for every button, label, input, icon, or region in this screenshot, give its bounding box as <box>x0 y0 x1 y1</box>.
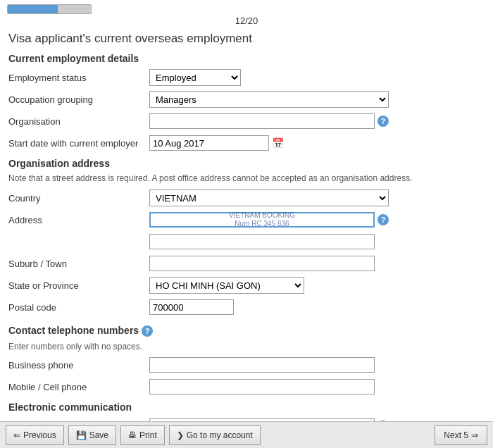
suburb-row: Suburb / Town <box>8 254 485 273</box>
contact-heading-row: Contact telephone numbers ? <box>8 322 485 340</box>
footer-left: ⇐ Previous 💾 Save 🖶 Print ❯ Go to my acc… <box>6 425 261 445</box>
mobile-phone-input[interactable] <box>149 379 375 394</box>
organisation-control: ? <box>149 113 485 129</box>
progress-bar-fill <box>8 5 58 13</box>
state-row: State or Province HO CHI MINH (SAI GON) … <box>8 276 485 294</box>
previous-icon: ⇐ <box>13 430 20 440</box>
address-input-line1[interactable] <box>149 212 375 228</box>
org-address-section: Organisation address Note that a street … <box>8 158 485 183</box>
mobile-phone-control <box>149 379 485 394</box>
postal-code-label: Postal code <box>8 302 149 313</box>
next-label: Next 5 <box>444 430 468 440</box>
next-button[interactable]: Next 5 ⇒ <box>435 425 487 445</box>
org-address-heading: Organisation address <box>8 158 485 169</box>
country-label: Country <box>8 193 149 204</box>
suburb-label: Suburb / Town <box>8 259 149 269</box>
state-select[interactable]: HO CHI MINH (SAI GON) HA NOI DA NANG HUE <box>149 277 304 294</box>
postal-code-control <box>149 299 485 315</box>
start-date-label: Start date with current employer <box>8 138 149 149</box>
occupation-grouping-label: Occupation grouping <box>8 94 149 105</box>
go-to-account-label: Go to my account <box>187 430 253 440</box>
progress-bar <box>7 4 92 14</box>
save-icon: 💾 <box>76 430 87 440</box>
business-phone-control <box>149 357 485 373</box>
footer-bar: ⇐ Previous 💾 Save 🖶 Print ❯ Go to my acc… <box>0 421 493 448</box>
employment-status-select[interactable]: Employed Self-employed Unemployed Studen… <box>149 69 241 86</box>
calendar-icon[interactable]: 📅 <box>272 137 284 149</box>
contact-note: Enter numbers only with no spaces. <box>8 342 485 351</box>
address-input-line2[interactable] <box>149 234 375 249</box>
org-address-note: Note that a street address is required. … <box>8 173 485 183</box>
occupation-grouping-control: Managers Professionals Technicians Cleri… <box>149 91 485 108</box>
state-control: HO CHI MINH (SAI GON) HA NOI DA NANG HUE <box>149 277 485 294</box>
employment-status-label: Employment status <box>8 73 149 83</box>
address-line2-row <box>8 232 485 251</box>
organisation-input[interactable] <box>149 113 375 129</box>
page-title: Visa applicant's current overseas employ… <box>8 32 485 46</box>
save-label: Save <box>89 430 108 440</box>
address-control: VIETNAM BOOKING Num RC 345 636 ? <box>149 212 485 228</box>
top-bar <box>0 0 493 15</box>
electronic-section: Electronic communication <box>8 402 485 413</box>
previous-button[interactable]: ⇐ Previous <box>6 425 64 445</box>
print-button[interactable]: 🖶 Print <box>120 425 165 445</box>
previous-label: Previous <box>23 430 56 440</box>
state-label: State or Province <box>8 280 149 291</box>
contact-section: Contact telephone numbers ? Enter number… <box>8 322 485 351</box>
business-phone-label: Business phone <box>8 360 149 371</box>
organisation-label: Organisation <box>8 116 149 127</box>
suburb-control <box>149 256 485 271</box>
country-row: Country VIETNAM AUSTRALIA CHINA JAPAN <box>8 189 485 207</box>
start-date-input[interactable] <box>149 135 269 151</box>
postal-code-input[interactable] <box>149 299 234 315</box>
main-content: Visa applicant's current overseas employ… <box>0 29 493 448</box>
print-icon: 🖶 <box>128 430 137 440</box>
country-select[interactable]: VIETNAM AUSTRALIA CHINA JAPAN <box>149 189 389 206</box>
business-phone-input[interactable] <box>149 357 375 373</box>
occupation-grouping-select[interactable]: Managers Professionals Technicians Cleri… <box>149 91 389 108</box>
employment-status-control: Employed Self-employed Unemployed Studen… <box>149 69 485 86</box>
address-row: Address VIETNAM BOOKING Num RC 345 636 ? <box>8 211 485 229</box>
contact-help-icon[interactable]: ? <box>142 325 153 337</box>
postal-code-row: Postal code <box>8 298 485 316</box>
address-help-icon[interactable]: ? <box>377 214 389 225</box>
start-date-row: Start date with current employer 📅 <box>8 134 485 152</box>
next-icon: ⇒ <box>471 430 478 440</box>
save-button[interactable]: 💾 Save <box>68 425 116 445</box>
address-line2-control <box>149 234 485 249</box>
occupation-grouping-row: Occupation grouping Managers Professiona… <box>8 90 485 108</box>
page-counter: 12/20 <box>0 15 493 29</box>
organisation-help-icon[interactable]: ? <box>377 116 389 127</box>
mobile-phone-label: Mobile / Cell phone <box>8 382 149 392</box>
electronic-heading: Electronic communication <box>8 402 485 413</box>
print-label: Print <box>139 430 157 440</box>
address-input-wrapper: VIETNAM BOOKING Num RC 345 636 <box>149 212 375 228</box>
contact-heading: Contact telephone numbers <box>8 325 139 336</box>
organisation-row: Organisation ? <box>8 112 485 130</box>
chevron-right-icon: ❯ <box>177 430 184 440</box>
employment-status-row: Employment status Employed Self-employed… <box>8 68 485 87</box>
business-phone-row: Business phone <box>8 356 485 374</box>
start-date-control: 📅 <box>149 135 485 151</box>
mobile-phone-row: Mobile / Cell phone <box>8 378 485 396</box>
section-current-employment: Current employment details <box>8 53 485 64</box>
suburb-input[interactable] <box>149 256 375 271</box>
go-to-account-button[interactable]: ❯ Go to my account <box>169 425 261 445</box>
country-control: VIETNAM AUSTRALIA CHINA JAPAN <box>149 189 485 206</box>
address-label: Address <box>8 215 149 225</box>
